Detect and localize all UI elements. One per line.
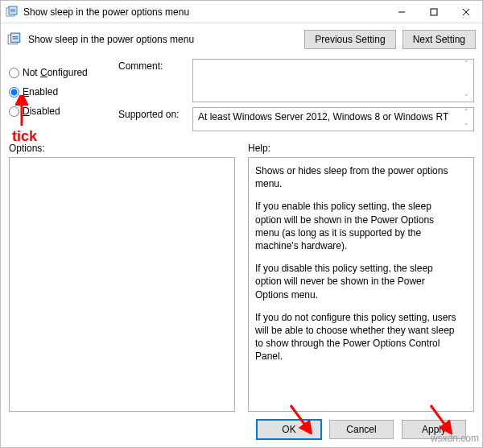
- help-paragraph: Shows or hides sleep from the power opti…: [255, 164, 457, 190]
- comment-label: Comment:: [118, 59, 188, 102]
- options-label: Options:: [9, 143, 235, 154]
- next-setting-button[interactable]: Next Setting: [402, 30, 476, 49]
- cancel-button[interactable]: Cancel: [329, 420, 394, 439]
- ok-button[interactable]: OK: [257, 420, 321, 439]
- radio-enabled-label: Enabled: [23, 86, 58, 97]
- radio-not-configured-label: Not Configured: [23, 67, 88, 78]
- radio-disabled-label: Disabled: [23, 106, 60, 117]
- policy-icon: [6, 6, 19, 19]
- help-label: Help:: [248, 143, 474, 154]
- close-button[interactable]: [450, 1, 482, 23]
- dialog-buttons: OK Cancel Apply: [9, 412, 474, 447]
- apply-button[interactable]: Apply: [402, 420, 466, 439]
- previous-setting-button[interactable]: Previous Setting: [304, 30, 395, 49]
- supported-on-box: At least Windows Server 2012, Windows 8 …: [192, 107, 474, 131]
- help-text[interactable]: Shows or hides sleep from the power opti…: [249, 158, 473, 411]
- scrollbar[interactable]: ˄˅: [460, 60, 473, 102]
- help-paragraph: If you do not configure this policy sett…: [255, 311, 457, 363]
- radio-not-configured[interactable]: Not Configured: [9, 67, 112, 78]
- radio-disabled[interactable]: Disabled: [9, 106, 112, 117]
- maximize-button[interactable]: [418, 1, 450, 23]
- minimize-button[interactable]: [386, 1, 418, 23]
- radio-disabled-input[interactable]: [9, 106, 19, 117]
- policy-subtitle: Show sleep in the power options menu: [28, 34, 194, 45]
- svg-rect-2: [431, 9, 437, 15]
- svg-rect-1: [9, 6, 17, 15]
- svg-rect-4: [11, 33, 20, 42]
- options-panel: [9, 157, 235, 412]
- comment-input[interactable]: ˄˅: [192, 59, 474, 102]
- policy-header: Show sleep in the power options menu Pre…: [1, 23, 482, 56]
- radio-enabled[interactable]: Enabled: [9, 86, 112, 97]
- supported-on-text: At least Windows Server 2012, Windows 8 …: [198, 111, 448, 122]
- window-title: Show sleep in the power options menu: [23, 6, 386, 18]
- help-panel: Shows or hides sleep from the power opti…: [248, 157, 474, 412]
- supported-label: Supported on:: [118, 107, 188, 131]
- scrollbar[interactable]: ˄˅: [460, 108, 473, 131]
- policy-icon: [7, 32, 22, 47]
- radio-not-configured-input[interactable]: [9, 68, 19, 78]
- radio-enabled-input[interactable]: [9, 87, 19, 97]
- help-paragraph: If you disable this policy setting, the …: [255, 262, 457, 301]
- titlebar: Show sleep in the power options menu: [1, 1, 482, 23]
- help-paragraph: If you enable this policy setting, the s…: [255, 200, 457, 252]
